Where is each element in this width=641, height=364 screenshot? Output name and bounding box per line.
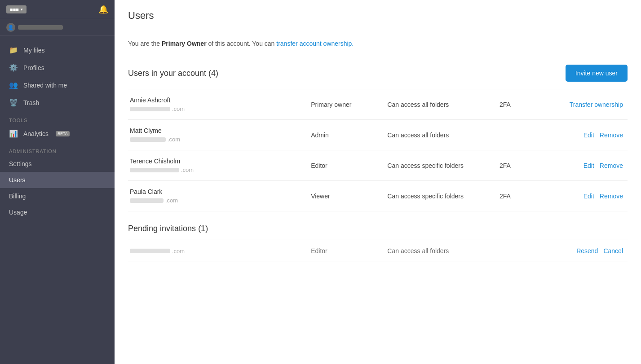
chevron-down-icon: ▾ <box>21 7 23 12</box>
email-domain: .com <box>165 197 178 204</box>
sidebar-item-label: Analytics <box>23 130 49 137</box>
users-table: Annie Ashcroft .com Primary ownerCan acc… <box>128 89 628 211</box>
sidebar-item-label: Profiles <box>23 64 44 71</box>
transfer-ownership-link[interactable]: Transfer ownership <box>570 101 623 108</box>
invite-new-user-button[interactable]: Invite new user <box>566 65 628 82</box>
gear-icon: ⚙️ <box>9 63 18 72</box>
user-tfa <box>495 120 536 150</box>
users-section-header: Users in your account (4) Invite new use… <box>128 57 628 89</box>
analytics-icon: 📊 <box>9 129 18 138</box>
remove-link[interactable]: Remove <box>600 162 623 169</box>
edit-link[interactable]: Edit <box>584 193 594 200</box>
notifications-icon[interactable]: 🔔 <box>98 4 108 14</box>
shared-icon: 👥 <box>9 81 18 89</box>
pending-table: .com EditorCan access all foldersResendC… <box>128 240 628 262</box>
sidebar-item-label: Billing <box>9 193 26 200</box>
email-domain: .com <box>168 136 180 143</box>
user-tfa: 2FA <box>495 181 536 211</box>
user-role: Primary owner <box>306 89 383 120</box>
sidebar-item-usage[interactable]: Usage <box>0 204 115 220</box>
email-domain: .com <box>172 248 185 254</box>
edit-link[interactable]: Edit <box>584 162 594 169</box>
pending-actions: ResendCancel <box>536 240 628 262</box>
folder-icon: 📁 <box>9 46 18 54</box>
table-row: .com EditorCan access all foldersResendC… <box>128 240 628 262</box>
user-name: Matt Clyme <box>130 127 302 134</box>
sidebar-nav: 📁 My files ⚙️ Profiles 👥 Shared with me … <box>0 36 115 364</box>
user-actions: EditRemove <box>536 181 628 211</box>
sidebar-item-label: Settings <box>9 160 32 167</box>
page-title: Users <box>128 10 628 22</box>
sidebar-item-label: Users <box>9 176 26 184</box>
email-blur <box>130 198 164 203</box>
sidebar-item-trash[interactable]: 🗑️ Trash <box>0 94 115 111</box>
user-name-bar <box>18 25 63 30</box>
trash-icon: 🗑️ <box>9 98 18 107</box>
pending-email: .com <box>130 248 302 254</box>
table-row: Annie Ashcroft .com Primary ownerCan acc… <box>128 89 628 120</box>
pending-role: Editor <box>306 240 383 262</box>
resend-link[interactable]: Resend <box>576 247 598 254</box>
user-name: Paula Clark <box>130 188 302 195</box>
sidebar-item-label: Shared with me <box>23 82 67 89</box>
ownership-notice: You are the Primary Owner of this accoun… <box>128 29 628 57</box>
cancel-link[interactable]: Cancel <box>603 247 623 254</box>
sidebar-item-my-files[interactable]: 📁 My files <box>0 41 115 59</box>
sidebar-item-settings[interactable]: Settings <box>0 156 115 172</box>
user-role: Admin <box>306 120 383 150</box>
sidebar-brand[interactable]: ■■■ ▾ <box>6 5 27 13</box>
pending-tfa <box>495 240 536 262</box>
email-domain: .com <box>181 167 194 173</box>
table-row: Paula Clark .com ViewerCan access specif… <box>128 181 628 211</box>
sidebar-item-label: Usage <box>9 209 27 216</box>
user-name: Terence Chisholm <box>130 158 302 165</box>
ownership-text-pre: You are the <box>128 40 162 47</box>
pending-section: Pending invitations (1) .com EditorCan a… <box>128 224 628 262</box>
main-content: Users You are the Primary Owner of this … <box>115 0 641 364</box>
table-row: Terence Chisholm .com EditorCan access s… <box>128 150 628 181</box>
sidebar-item-label: Trash <box>23 99 39 106</box>
user-tfa: 2FA <box>495 89 536 120</box>
avatar: 👤 <box>6 23 15 32</box>
email-domain: .com <box>172 105 185 112</box>
ownership-bold: Primary Owner <box>162 40 207 47</box>
edit-link[interactable]: Edit <box>584 132 594 139</box>
pending-section-title: Pending invitations (1) <box>128 224 628 240</box>
email-blur <box>130 249 170 253</box>
brand-label: ■■■ <box>10 7 19 12</box>
user-access: Can access specific folders <box>383 150 495 181</box>
page-header: Users <box>115 0 641 29</box>
sidebar-header: ■■■ ▾ 🔔 <box>0 0 115 19</box>
user-access: Can access specific folders <box>383 181 495 211</box>
user-email: .com <box>130 136 302 143</box>
sidebar-item-users[interactable]: Users <box>0 172 115 188</box>
ownership-text-mid: of this account. You can <box>207 40 277 47</box>
user-email: .com <box>130 105 302 112</box>
sidebar-item-label: My files <box>23 47 44 54</box>
sidebar-item-billing[interactable]: Billing <box>0 188 115 204</box>
sidebar: ■■■ ▾ 🔔 👤 📁 My files ⚙️ Profiles 👥 Share… <box>0 0 115 364</box>
user-email: .com <box>130 197 302 204</box>
user-email: .com <box>130 167 302 173</box>
sidebar-item-profiles[interactable]: ⚙️ Profiles <box>0 59 115 76</box>
brand-logo[interactable]: ■■■ ▾ <box>6 5 27 13</box>
sidebar-user[interactable]: 👤 <box>0 19 115 36</box>
email-blur <box>130 168 179 172</box>
user-role: Viewer <box>306 181 383 211</box>
email-blur <box>130 107 170 111</box>
remove-link[interactable]: Remove <box>600 193 623 200</box>
remove-link[interactable]: Remove <box>600 132 623 139</box>
user-actions: EditRemove <box>536 120 628 150</box>
sidebar-item-shared-with-me[interactable]: 👥 Shared with me <box>0 76 115 94</box>
transfer-ownership-link[interactable]: transfer account ownership. <box>276 40 354 47</box>
user-actions: Transfer ownership <box>536 89 628 120</box>
email-blur <box>130 137 166 142</box>
user-role: Editor <box>306 150 383 181</box>
users-section-title: Users in your account (4) <box>128 69 218 78</box>
beta-badge: BETA <box>56 131 70 136</box>
sidebar-item-analytics[interactable]: 📊 Analytics BETA <box>0 125 115 142</box>
user-name: Annie Ashcroft <box>130 96 302 104</box>
user-tfa: 2FA <box>495 150 536 181</box>
content-area: You are the Primary Owner of this accoun… <box>115 29 641 276</box>
user-access: Can access all folders <box>383 120 495 150</box>
